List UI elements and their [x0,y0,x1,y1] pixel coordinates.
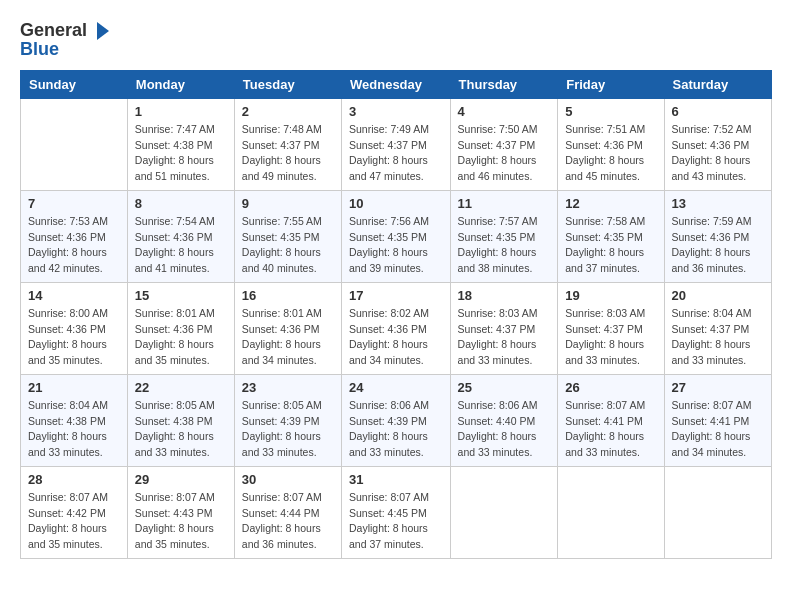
calendar-cell: 10Sunrise: 7:56 AMSunset: 4:35 PMDayligh… [342,190,451,282]
calendar-week-row: 1Sunrise: 7:47 AMSunset: 4:38 PMDaylight… [21,98,772,190]
day-number: 15 [135,288,227,303]
logo: General Blue [20,20,111,60]
day-number: 31 [349,472,443,487]
calendar-cell: 24Sunrise: 8:06 AMSunset: 4:39 PMDayligh… [342,374,451,466]
day-number: 28 [28,472,120,487]
calendar-table: SundayMondayTuesdayWednesdayThursdayFrid… [20,70,772,559]
calendar-cell: 18Sunrise: 8:03 AMSunset: 4:37 PMDayligh… [450,282,558,374]
calendar-cell: 6Sunrise: 7:52 AMSunset: 4:36 PMDaylight… [664,98,771,190]
day-info: Sunrise: 7:50 AMSunset: 4:37 PMDaylight:… [458,122,551,185]
calendar-week-row: 7Sunrise: 7:53 AMSunset: 4:36 PMDaylight… [21,190,772,282]
day-number: 21 [28,380,120,395]
day-info: Sunrise: 8:03 AMSunset: 4:37 PMDaylight:… [458,306,551,369]
calendar-cell: 30Sunrise: 8:07 AMSunset: 4:44 PMDayligh… [234,466,341,558]
weekday-header: Friday [558,70,664,98]
day-number: 11 [458,196,551,211]
day-info: Sunrise: 8:06 AMSunset: 4:40 PMDaylight:… [458,398,551,461]
weekday-header: Sunday [21,70,128,98]
calendar-cell: 19Sunrise: 8:03 AMSunset: 4:37 PMDayligh… [558,282,664,374]
calendar-cell: 11Sunrise: 7:57 AMSunset: 4:35 PMDayligh… [450,190,558,282]
day-number: 20 [672,288,764,303]
day-number: 30 [242,472,334,487]
day-info: Sunrise: 7:55 AMSunset: 4:35 PMDaylight:… [242,214,334,277]
calendar-cell: 25Sunrise: 8:06 AMSunset: 4:40 PMDayligh… [450,374,558,466]
calendar-cell: 21Sunrise: 8:04 AMSunset: 4:38 PMDayligh… [21,374,128,466]
day-info: Sunrise: 8:07 AMSunset: 4:41 PMDaylight:… [672,398,764,461]
day-number: 8 [135,196,227,211]
day-info: Sunrise: 7:54 AMSunset: 4:36 PMDaylight:… [135,214,227,277]
calendar-cell: 13Sunrise: 7:59 AMSunset: 4:36 PMDayligh… [664,190,771,282]
day-info: Sunrise: 8:01 AMSunset: 4:36 PMDaylight:… [135,306,227,369]
day-number: 25 [458,380,551,395]
day-number: 7 [28,196,120,211]
calendar-cell: 28Sunrise: 8:07 AMSunset: 4:42 PMDayligh… [21,466,128,558]
day-info: Sunrise: 7:48 AMSunset: 4:37 PMDaylight:… [242,122,334,185]
calendar-cell [558,466,664,558]
calendar-cell: 9Sunrise: 7:55 AMSunset: 4:35 PMDaylight… [234,190,341,282]
day-info: Sunrise: 7:51 AMSunset: 4:36 PMDaylight:… [565,122,656,185]
day-info: Sunrise: 8:07 AMSunset: 4:44 PMDaylight:… [242,490,334,553]
weekday-header: Monday [127,70,234,98]
day-info: Sunrise: 8:05 AMSunset: 4:39 PMDaylight:… [242,398,334,461]
day-info: Sunrise: 8:07 AMSunset: 4:43 PMDaylight:… [135,490,227,553]
day-number: 14 [28,288,120,303]
day-number: 6 [672,104,764,119]
day-info: Sunrise: 8:04 AMSunset: 4:37 PMDaylight:… [672,306,764,369]
day-number: 9 [242,196,334,211]
day-number: 27 [672,380,764,395]
day-info: Sunrise: 8:03 AMSunset: 4:37 PMDaylight:… [565,306,656,369]
day-number: 3 [349,104,443,119]
day-number: 26 [565,380,656,395]
calendar-cell: 22Sunrise: 8:05 AMSunset: 4:38 PMDayligh… [127,374,234,466]
day-info: Sunrise: 8:06 AMSunset: 4:39 PMDaylight:… [349,398,443,461]
day-info: Sunrise: 8:00 AMSunset: 4:36 PMDaylight:… [28,306,120,369]
calendar-cell: 27Sunrise: 8:07 AMSunset: 4:41 PMDayligh… [664,374,771,466]
calendar-week-row: 14Sunrise: 8:00 AMSunset: 4:36 PMDayligh… [21,282,772,374]
day-number: 18 [458,288,551,303]
day-number: 23 [242,380,334,395]
day-number: 10 [349,196,443,211]
day-info: Sunrise: 8:01 AMSunset: 4:36 PMDaylight:… [242,306,334,369]
calendar-cell: 14Sunrise: 8:00 AMSunset: 4:36 PMDayligh… [21,282,128,374]
logo-blue: Blue [20,40,59,60]
calendar-cell: 20Sunrise: 8:04 AMSunset: 4:37 PMDayligh… [664,282,771,374]
weekday-header: Tuesday [234,70,341,98]
calendar-cell: 26Sunrise: 8:07 AMSunset: 4:41 PMDayligh… [558,374,664,466]
day-number: 1 [135,104,227,119]
calendar-cell: 1Sunrise: 7:47 AMSunset: 4:38 PMDaylight… [127,98,234,190]
weekday-header: Wednesday [342,70,451,98]
calendar-header-row: SundayMondayTuesdayWednesdayThursdayFrid… [21,70,772,98]
day-info: Sunrise: 7:56 AMSunset: 4:35 PMDaylight:… [349,214,443,277]
day-number: 12 [565,196,656,211]
day-info: Sunrise: 7:49 AMSunset: 4:37 PMDaylight:… [349,122,443,185]
day-number: 24 [349,380,443,395]
day-number: 2 [242,104,334,119]
calendar-cell: 17Sunrise: 8:02 AMSunset: 4:36 PMDayligh… [342,282,451,374]
day-number: 4 [458,104,551,119]
day-info: Sunrise: 8:07 AMSunset: 4:42 PMDaylight:… [28,490,120,553]
day-info: Sunrise: 8:02 AMSunset: 4:36 PMDaylight:… [349,306,443,369]
calendar-cell: 5Sunrise: 7:51 AMSunset: 4:36 PMDaylight… [558,98,664,190]
day-info: Sunrise: 7:59 AMSunset: 4:36 PMDaylight:… [672,214,764,277]
calendar-cell: 3Sunrise: 7:49 AMSunset: 4:37 PMDaylight… [342,98,451,190]
calendar-cell: 15Sunrise: 8:01 AMSunset: 4:36 PMDayligh… [127,282,234,374]
calendar-cell: 7Sunrise: 7:53 AMSunset: 4:36 PMDaylight… [21,190,128,282]
calendar-cell [21,98,128,190]
day-info: Sunrise: 7:53 AMSunset: 4:36 PMDaylight:… [28,214,120,277]
svg-marker-0 [97,22,109,40]
calendar-week-row: 21Sunrise: 8:04 AMSunset: 4:38 PMDayligh… [21,374,772,466]
weekday-header: Thursday [450,70,558,98]
day-info: Sunrise: 8:07 AMSunset: 4:41 PMDaylight:… [565,398,656,461]
day-number: 17 [349,288,443,303]
logo-text: General Blue [20,20,111,60]
calendar-cell: 31Sunrise: 8:07 AMSunset: 4:45 PMDayligh… [342,466,451,558]
day-info: Sunrise: 8:07 AMSunset: 4:45 PMDaylight:… [349,490,443,553]
calendar-cell [450,466,558,558]
day-info: Sunrise: 7:58 AMSunset: 4:35 PMDaylight:… [565,214,656,277]
weekday-header: Saturday [664,70,771,98]
day-number: 5 [565,104,656,119]
day-number: 16 [242,288,334,303]
calendar-body: 1Sunrise: 7:47 AMSunset: 4:38 PMDaylight… [21,98,772,558]
day-info: Sunrise: 7:47 AMSunset: 4:38 PMDaylight:… [135,122,227,185]
day-number: 13 [672,196,764,211]
